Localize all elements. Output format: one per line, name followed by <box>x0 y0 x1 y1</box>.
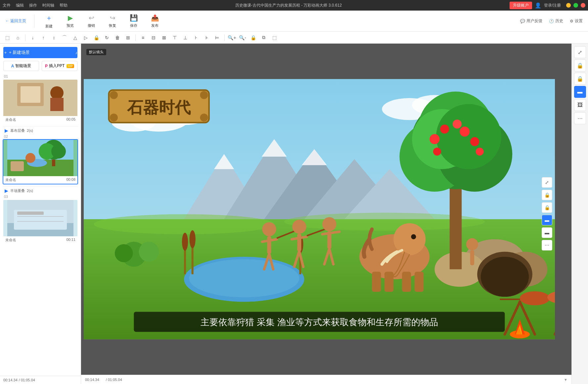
menu-bar[interactable]: 文件 编辑 操作 时间轴 帮助 <box>3 3 68 8</box>
upgrade-button[interactable]: 升级账户 <box>510 2 532 9</box>
history-button[interactable]: 🕐 历史 <box>549 18 563 24</box>
expand-right-button[interactable]: ⤢ <box>574 46 586 58</box>
preview-button[interactable]: ▶ 预览 <box>64 14 77 28</box>
lock2-right-button[interactable]: 🔒 <box>574 73 586 85</box>
scene-num-02: 02 <box>3 134 78 138</box>
left-panel: ＋ + 新建场景 ♪ A 智能场景 P 插入PPT VIP 01 <box>0 44 81 384</box>
feedback-icon: 💬 <box>520 19 525 23</box>
align-down[interactable]: ↓ <box>28 33 37 42</box>
svg-rect-12 <box>11 161 24 171</box>
menu-help[interactable]: 帮助 <box>60 3 68 8</box>
align-vert[interactable]: ↕ <box>49 33 59 42</box>
svg-point-75 <box>411 234 416 239</box>
vip-badge: VIP <box>67 64 74 68</box>
media-right-button[interactable]: 🖼 <box>574 99 586 111</box>
svg-point-50 <box>436 104 501 169</box>
scene-info-02: 未命名 00:08 <box>3 176 77 184</box>
h-align-right[interactable]: ⊠ <box>159 33 169 42</box>
feedback-button[interactable]: 💬 用户反馈 <box>520 18 542 24</box>
transition-1[interactable]: ▶ 幕布层叠 2(s) <box>3 126 78 134</box>
login-button[interactable]: 登录/注册 <box>544 3 561 8</box>
more-canvas-button[interactable]: ⋯ <box>542 240 552 250</box>
redo-button[interactable]: ↪ 恢复 <box>106 14 119 28</box>
h-distribute[interactable]: ⊧ <box>202 33 211 42</box>
camera-label: 默认镜头 <box>86 49 106 55</box>
minimize-button[interactable]: — <box>566 3 571 8</box>
svg-rect-73 <box>402 272 411 292</box>
lock2-canvas-button[interactable]: 🔒 <box>542 202 552 213</box>
scene-canvas: 石器时代 主要依靠狩猎 采集 渔业等方式来获取食物和生存所需的物品 <box>84 46 555 372</box>
svg-rect-72 <box>384 272 393 292</box>
settings-icon: ⚙ <box>570 19 573 23</box>
scene-item-02[interactable]: 未命名 00:08 <box>3 139 78 184</box>
v-align-center[interactable]: ⊥ <box>181 33 190 42</box>
svg-rect-84 <box>297 234 301 251</box>
more-tool[interactable]: ⬚ <box>270 33 279 42</box>
canvas-area: 默认镜头 <box>81 44 571 384</box>
app-title: 历史微课-古代中国生产力的发展历程 - 万彩动画大师 3.0.612 <box>235 3 342 8</box>
smart-scene-button[interactable]: A 智能场景 <box>3 61 39 71</box>
v-distribute[interactable]: ⊨ <box>212 33 222 42</box>
svg-point-43 <box>481 257 529 297</box>
save-button[interactable]: 💾 保存 <box>127 14 140 28</box>
menu-edit[interactable]: 编辑 <box>16 3 24 8</box>
copy-tool[interactable]: ⊞ <box>123 33 133 42</box>
publish-icon: 📤 <box>151 14 159 22</box>
svg-point-52 <box>440 125 449 134</box>
svg-rect-19 <box>17 211 44 215</box>
lock-right-button[interactable]: 🔒 <box>574 59 586 71</box>
delete-tool[interactable]: 🗑 <box>113 33 122 42</box>
music-icon[interactable]: ♪ <box>75 50 78 55</box>
left-panel-header: ＋ + 新建场景 ♪ A 智能场景 P 插入PPT VIP <box>0 44 81 73</box>
expand-canvas-button[interactable]: ⤢ <box>542 177 552 188</box>
active-canvas-button[interactable]: ▬ <box>542 215 552 225</box>
new-button[interactable]: ＋ 新建 <box>42 14 56 29</box>
lock2-tool[interactable]: 🔒 <box>249 33 258 42</box>
svg-point-115 <box>110 91 118 99</box>
scene-item-03[interactable]: 未命名 00:11 <box>3 199 78 245</box>
menu-file[interactable]: 文件 <box>3 3 11 8</box>
insert-ppt-button[interactable]: P 插入PPT VIP <box>42 61 77 71</box>
expand-arrow[interactable]: ▼ <box>564 378 567 382</box>
svg-rect-71 <box>372 272 381 292</box>
settings-button[interactable]: ⚙ 设置 <box>570 18 583 24</box>
align-top-edge[interactable]: ⌒ <box>60 33 69 42</box>
lock-tool[interactable]: 🔒 <box>92 33 101 42</box>
new-scene-button[interactable]: ＋ + 新建场景 ♪ <box>3 47 77 58</box>
align-right[interactable]: ▷ <box>81 33 90 42</box>
transition-2[interactable]: ▶ 半场重叠 2(s) <box>3 186 78 195</box>
maximize-button[interactable]: □ <box>573 3 578 8</box>
scene-time-02: 00:08 <box>66 177 75 182</box>
lock-canvas-button[interactable]: 🔒 <box>542 190 552 200</box>
more-right-button[interactable]: ⋯ <box>574 112 586 124</box>
undo-button[interactable]: ↩ 撤销 <box>85 14 98 28</box>
h-align-left[interactable]: ≡ <box>138 33 148 42</box>
h-align-center[interactable]: ⊟ <box>149 33 158 42</box>
active-right-button[interactable]: ▬ <box>574 86 586 98</box>
zoom-out-tool[interactable]: 🔍- <box>238 33 247 42</box>
svg-point-118 <box>200 114 208 122</box>
select-tool[interactable]: ⬚ <box>3 33 12 42</box>
menu-timeline[interactable]: 时间轴 <box>42 3 54 8</box>
right-sidebar: ⤢ 🔒 🔒 ▬ 🖼 ⋯ <box>571 44 588 384</box>
zoom-in-tool[interactable]: 🔍+ <box>227 33 237 42</box>
publish-button[interactable]: 📤 发布 <box>148 14 161 28</box>
scene-name-02: 未命名 <box>5 177 16 182</box>
v-align-top[interactable]: ⊤ <box>170 33 179 42</box>
close-button[interactable]: ✕ <box>581 3 585 8</box>
scene-info-03: 未命名 00:11 <box>3 236 77 244</box>
scene-time-03: 00:11 <box>66 238 75 243</box>
align-up[interactable]: ↑ <box>39 33 48 42</box>
rotate-tool[interactable]: ↻ <box>102 33 112 42</box>
pointer-tool[interactable]: ⌂ <box>13 33 23 42</box>
scene-thumb-03 <box>3 200 77 236</box>
menu-operate[interactable]: 操作 <box>29 3 37 8</box>
svg-point-35 <box>94 214 274 234</box>
back-home-link[interactable]: ← 返回主页 <box>5 18 26 24</box>
copy2-tool[interactable]: ⧉ <box>259 33 268 42</box>
align-left[interactable]: △ <box>70 33 80 42</box>
canvas-ctrl-button[interactable]: ▬ <box>542 227 552 238</box>
v-align-bottom[interactable]: ⊦ <box>191 33 201 42</box>
svg-point-116 <box>200 91 208 99</box>
scene-item-01[interactable]: 未命名 00:05 <box>3 79 78 124</box>
